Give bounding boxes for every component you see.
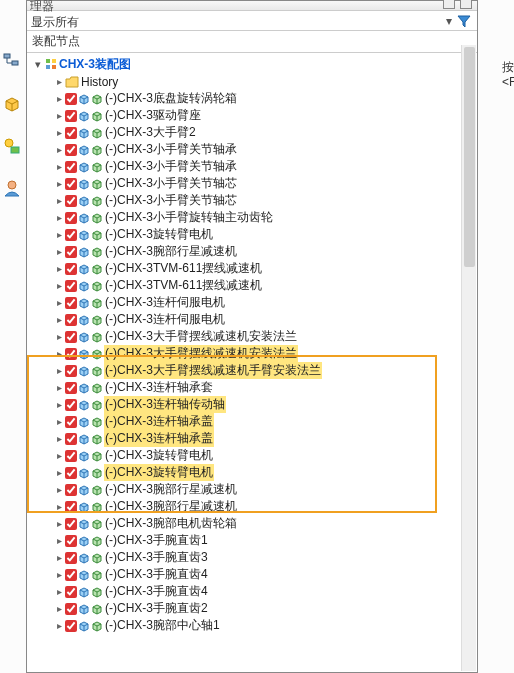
expand-icon[interactable]: ▸ bbox=[55, 94, 64, 104]
visibility-checkbox[interactable] bbox=[65, 297, 77, 309]
tree-row[interactable]: ▸(-)CHX-3连杆伺服电机 bbox=[33, 294, 477, 311]
tree-row[interactable]: ▸(-)CHX-3腕部行星减速机 bbox=[33, 243, 477, 260]
visibility-checkbox[interactable] bbox=[65, 110, 77, 122]
expand-icon[interactable]: ▸ bbox=[55, 264, 64, 274]
visibility-checkbox[interactable] bbox=[65, 484, 77, 496]
visibility-checkbox[interactable] bbox=[65, 518, 77, 530]
expand-icon[interactable]: ▸ bbox=[55, 451, 64, 461]
expand-icon[interactable]: ▸ bbox=[55, 315, 64, 325]
tree-row[interactable]: ▸(-)CHX-3大手臂摆线减速机安装法兰 bbox=[33, 328, 477, 345]
expand-icon[interactable]: ▸ bbox=[55, 468, 64, 478]
expand-icon[interactable]: ▸ bbox=[55, 179, 64, 189]
visibility-checkbox[interactable] bbox=[65, 586, 77, 598]
tree-row[interactable]: ▸(-)CHX-3连杆轴承盖 bbox=[33, 413, 477, 430]
tree-row[interactable]: ▸(-)CHX-3大手臂摆线减速机手臂安装法兰 bbox=[33, 362, 477, 379]
expand-icon[interactable]: ▸ bbox=[55, 349, 64, 359]
tree-row[interactable]: ▸(-)CHX-3腕部中心轴1 bbox=[33, 617, 477, 634]
expand-icon[interactable]: ▸ bbox=[55, 587, 64, 597]
expand-icon[interactable]: ▸ bbox=[55, 621, 64, 631]
expand-icon[interactable]: ▸ bbox=[55, 536, 64, 546]
tree-row[interactable]: ▸(-)CHX-3手腕直齿2 bbox=[33, 600, 477, 617]
tree-row[interactable]: ▸(-)CHX-3手腕直齿4 bbox=[33, 583, 477, 600]
expand-icon[interactable]: ▸ bbox=[55, 247, 64, 257]
tree-row[interactable]: ▸(-)CHX-3驱动臂座 bbox=[33, 107, 477, 124]
visibility-checkbox[interactable] bbox=[65, 246, 77, 258]
visibility-checkbox[interactable] bbox=[65, 382, 77, 394]
tree-row[interactable]: ▸(-)CHX-3小手臂关节轴承 bbox=[33, 141, 477, 158]
expand-icon[interactable]: ▸ bbox=[55, 281, 64, 291]
tree-row[interactable]: ▸(-)CHX-3大手臂2 bbox=[33, 124, 477, 141]
expand-icon[interactable]: ▸ bbox=[55, 213, 64, 223]
panel-close-icon[interactable] bbox=[460, 0, 472, 9]
expand-icon[interactable]: ▸ bbox=[55, 417, 64, 427]
visibility-checkbox[interactable] bbox=[65, 433, 77, 445]
visibility-checkbox[interactable] bbox=[65, 501, 77, 513]
tree-row[interactable]: ▸(-)CHX-3小手臂关节轴芯 bbox=[33, 192, 477, 209]
expand-icon[interactable]: ▸ bbox=[55, 366, 64, 376]
visibility-checkbox[interactable] bbox=[65, 603, 77, 615]
visibility-checkbox[interactable] bbox=[65, 178, 77, 190]
tree-row[interactable]: ▸(-)CHX-3腕部行星减速机 bbox=[33, 498, 477, 515]
user-tool-icon[interactable] bbox=[2, 178, 22, 198]
tree-view[interactable]: ▾ CHX-3装配图 ▸ History ▸(-)CHX-3底盘旋转涡轮箱▸(-… bbox=[27, 53, 477, 672]
tree-row[interactable]: ▸(-)CHX-3连杆轴承盖 bbox=[33, 430, 477, 447]
visibility-checkbox[interactable] bbox=[65, 144, 77, 156]
tree-row[interactable]: ▸(-)CHX-3大手臂摆线减速机安装法兰 bbox=[33, 345, 477, 362]
tree-row[interactable]: ▸(-)CHX-3TVM-611摆线减速机 bbox=[33, 277, 477, 294]
expand-icon[interactable]: ▸ bbox=[55, 230, 64, 240]
tree-row[interactable]: ▸(-)CHX-3小手臂关节轴承 bbox=[33, 158, 477, 175]
visibility-checkbox[interactable] bbox=[65, 331, 77, 343]
expand-icon[interactable]: ▸ bbox=[55, 502, 64, 512]
panel-dropdown-icon[interactable] bbox=[443, 0, 455, 9]
vertical-scrollbar[interactable] bbox=[461, 45, 476, 671]
visibility-checkbox[interactable] bbox=[65, 93, 77, 105]
tree-row[interactable]: ▸(-)CHX-3小手臂关节轴芯 bbox=[33, 175, 477, 192]
visibility-checkbox[interactable] bbox=[65, 195, 77, 207]
expand-icon[interactable]: ▸ bbox=[55, 145, 64, 155]
visibility-checkbox[interactable] bbox=[65, 450, 77, 462]
visibility-checkbox[interactable] bbox=[65, 212, 77, 224]
visibility-checkbox[interactable] bbox=[65, 348, 77, 360]
visibility-checkbox[interactable] bbox=[65, 569, 77, 581]
visibility-checkbox[interactable] bbox=[65, 229, 77, 241]
visibility-checkbox[interactable] bbox=[65, 620, 77, 632]
visibility-checkbox[interactable] bbox=[65, 552, 77, 564]
tree-row[interactable]: ▸(-)CHX-3旋转臂电机 bbox=[33, 226, 477, 243]
visibility-checkbox[interactable] bbox=[65, 263, 77, 275]
sun-tool-icon[interactable] bbox=[2, 136, 22, 156]
scrollbar-thumb[interactable] bbox=[464, 47, 475, 267]
column-header[interactable]: 装配节点 bbox=[27, 31, 477, 53]
visibility-checkbox[interactable] bbox=[65, 127, 77, 139]
visibility-checkbox[interactable] bbox=[65, 280, 77, 292]
expand-icon[interactable]: ▸ bbox=[55, 604, 64, 614]
expand-icon[interactable]: ▸ bbox=[55, 570, 64, 580]
expand-icon[interactable]: ▸ bbox=[55, 298, 64, 308]
visibility-checkbox[interactable] bbox=[65, 161, 77, 173]
box-tool-icon[interactable] bbox=[2, 94, 22, 114]
filter-funnel-icon[interactable] bbox=[457, 14, 477, 28]
collapse-icon[interactable]: ▾ bbox=[33, 58, 43, 71]
tree-row[interactable]: ▸(-)CHX-3手腕直齿1 bbox=[33, 532, 477, 549]
expand-icon[interactable]: ▸ bbox=[55, 383, 64, 393]
visibility-checkbox[interactable] bbox=[65, 535, 77, 547]
tree-row[interactable]: ▸(-)CHX-3手腕直齿3 bbox=[33, 549, 477, 566]
expand-icon[interactable]: ▸ bbox=[55, 162, 64, 172]
expand-icon[interactable]: ▸ bbox=[55, 77, 64, 87]
expand-icon[interactable]: ▸ bbox=[55, 485, 64, 495]
visibility-checkbox[interactable] bbox=[65, 467, 77, 479]
history-row[interactable]: ▸ History bbox=[33, 73, 477, 90]
tree-row[interactable]: ▸(-)CHX-3底盘旋转涡轮箱 bbox=[33, 90, 477, 107]
tree-row[interactable]: ▸(-)CHX-3腕部电机齿轮箱 bbox=[33, 515, 477, 532]
expand-icon[interactable]: ▸ bbox=[55, 553, 64, 563]
visibility-checkbox[interactable] bbox=[65, 314, 77, 326]
tree-tool-icon[interactable] bbox=[2, 52, 22, 72]
expand-icon[interactable]: ▸ bbox=[55, 519, 64, 529]
visibility-checkbox[interactable] bbox=[65, 416, 77, 428]
dropdown-caret-icon[interactable]: ▾ bbox=[441, 14, 457, 28]
expand-icon[interactable]: ▸ bbox=[55, 196, 64, 206]
tree-root[interactable]: ▾ CHX-3装配图 bbox=[33, 55, 477, 73]
visibility-checkbox[interactable] bbox=[65, 399, 77, 411]
expand-icon[interactable]: ▸ bbox=[55, 128, 64, 138]
tree-row[interactable]: ▸(-)CHX-3旋转臂电机 bbox=[33, 464, 477, 481]
tree-row[interactable]: ▸(-)CHX-3旋转臂电机 bbox=[33, 447, 477, 464]
